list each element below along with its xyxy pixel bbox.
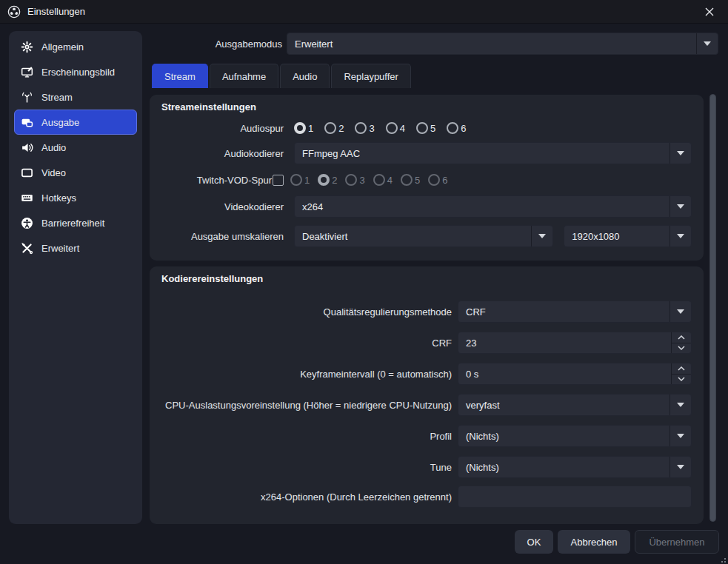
twitch-vod-option-6[interactable]: 6 [428, 174, 447, 186]
sidebar-item-barrierefreiheit[interactable]: Barrierefreiheit [14, 210, 137, 235]
tab-aufnahme[interactable]: Aufnahme [210, 64, 278, 88]
radio-icon [324, 122, 336, 134]
spin-up-button[interactable] [672, 363, 691, 375]
twitch-vod-option-3[interactable]: 3 [345, 174, 364, 186]
spin-down-button[interactable] [672, 343, 691, 354]
encoder-settings-group: Kodierereinstellungen Qualitätsregulieru… [150, 266, 704, 524]
cpu-preset-label: CPU-Auslastungsvoreinstellung (Höher = n… [161, 400, 452, 411]
dropdown-arrow-zone [669, 301, 691, 322]
chevron-up-icon [678, 335, 685, 340]
close-icon [704, 7, 715, 17]
chevron-down-icon [677, 465, 684, 469]
sidebar-item-stream[interactable]: Stream [14, 84, 137, 110]
tab-audio[interactable]: Audio [280, 64, 330, 88]
radio-label: 2 [332, 175, 337, 186]
title-bar: Einstellungen [0, 0, 728, 24]
audio-track-option-6[interactable]: 6 [447, 122, 466, 134]
ok-button[interactable]: OK [515, 530, 553, 554]
audio-track-option-4[interactable]: 4 [386, 122, 405, 134]
sidebar-item-erweitert[interactable]: Erweitert [14, 235, 137, 261]
audio-track-option-2[interactable]: 2 [324, 122, 344, 134]
rescale-mode-value: Deaktiviert [302, 231, 347, 242]
tune-select[interactable]: (Nichts) [458, 456, 692, 478]
rescale-mode-select[interactable]: Deaktiviert [294, 225, 553, 247]
radio-icon [416, 122, 428, 134]
radio-icon [373, 174, 385, 186]
radio-label: 5 [430, 123, 435, 134]
vertical-scrollbar [709, 93, 718, 526]
sidebar-item-allgemein[interactable]: Allgemein [14, 34, 137, 59]
cpu-preset-select[interactable]: veryfast [458, 394, 692, 416]
sidebar-item-erscheinungsbild[interactable]: Erscheinungsbild [14, 59, 137, 84]
crf-spinbox[interactable]: 23 [458, 332, 692, 354]
spin-up-button[interactable] [672, 332, 691, 343]
stream-settings-group: Streameinstellungen Audiospur 1 2 3 4 [150, 95, 704, 261]
audio-encoder-select[interactable]: FFmpeg AAC [294, 142, 692, 164]
audio-encoder-value: FFmpeg AAC [302, 148, 360, 159]
dropdown-arrow-zone [669, 457, 691, 477]
dropdown-arrow-zone [696, 33, 718, 54]
dropdown-arrow-zone [531, 226, 552, 246]
sidebar-item-hotkeys[interactable]: Hotkeys [14, 185, 137, 210]
video-encoder-select[interactable]: x264 [294, 195, 692, 218]
chevron-down-icon [677, 403, 684, 407]
keyframe-interval-spinbox[interactable]: 0 s [458, 363, 692, 385]
close-button[interactable] [698, 4, 721, 20]
rescale-resolution-select[interactable]: 1920x1080 [564, 225, 692, 247]
audio-track-option-5[interactable]: 5 [416, 122, 435, 134]
tab-replaypuffer[interactable]: Replaypuffer [331, 64, 410, 88]
rate-control-select[interactable]: CRF [458, 301, 692, 323]
audio-track-radio-group: 1 2 3 4 5 6 [294, 122, 466, 134]
radio-label: 5 [415, 175, 420, 186]
tune-value: (Nichts) [466, 462, 499, 473]
sidebar-item-ausgabe[interactable]: Ausgabe [14, 110, 137, 135]
twitch-vod-label: Twitch-VOD-Spur [197, 175, 272, 186]
profile-label: Profil [161, 431, 452, 442]
dropdown-arrow-zone [669, 395, 691, 415]
apply-button[interactable]: Übernehmen [635, 530, 719, 554]
spin-down-button[interactable] [672, 375, 691, 385]
radio-label: 6 [461, 123, 466, 134]
audio-track-option-1[interactable]: 1 [294, 122, 313, 134]
spin-buttons [671, 363, 691, 384]
sidebar-item-label: Video [41, 167, 66, 178]
radio-label: 3 [359, 175, 364, 186]
window-title: Einstellungen [27, 6, 85, 17]
twitch-vod-option-1[interactable]: 1 [290, 174, 310, 186]
output-mode-select[interactable]: Erweitert [287, 33, 718, 55]
sidebar-item-audio[interactable]: Audio [14, 135, 137, 160]
group-title: Streameinstellungen [161, 101, 256, 113]
twitch-vod-option-2[interactable]: 2 [318, 174, 337, 186]
sidebar-item-label: Barrierefreiheit [41, 218, 104, 229]
twitch-vod-radio-group: 1 2 3 4 5 6 [290, 174, 447, 186]
radio-icon [294, 122, 306, 134]
resize-grip[interactable] [718, 555, 726, 563]
sidebar-item-video[interactable]: Video [14, 160, 137, 185]
radio-label: 1 [304, 175, 310, 186]
chevron-down-icon [704, 41, 711, 46]
radio-icon [318, 174, 330, 186]
cancel-button[interactable]: Abbrechen [558, 530, 630, 554]
profile-select[interactable]: (Nichts) [458, 425, 692, 447]
audio-encoder-label: Audiokodierer [161, 148, 284, 159]
twitch-vod-checkbox[interactable] [273, 175, 284, 186]
tools-icon [21, 242, 33, 255]
radio-icon [355, 122, 367, 134]
audio-track-label: Audiospur [161, 123, 284, 134]
tab-label: Aufnahme [222, 71, 266, 82]
twitch-vod-option-5[interactable]: 5 [401, 174, 420, 186]
cancel-button-label: Abbrechen [571, 537, 618, 548]
x264-options-input[interactable] [458, 486, 692, 508]
twitch-vod-option-4[interactable]: 4 [373, 174, 393, 186]
x264-options-label: x264-Optionen (Durch Leerzeichen getrenn… [161, 491, 452, 503]
tab-stream[interactable]: Stream [152, 64, 208, 88]
dropdown-arrow-zone [669, 143, 691, 164]
chevron-up-icon [678, 366, 685, 371]
twitch-vod-label-cell: Twitch-VOD-Spur [161, 175, 284, 186]
ok-button-label: OK [527, 537, 541, 548]
rescale-resolution-value: 1920x1080 [572, 231, 619, 242]
tab-label: Audio [293, 71, 317, 82]
scrollbar-handle[interactable] [709, 94, 716, 522]
audio-track-option-3[interactable]: 3 [355, 122, 374, 134]
tab-label: Stream [164, 71, 196, 82]
